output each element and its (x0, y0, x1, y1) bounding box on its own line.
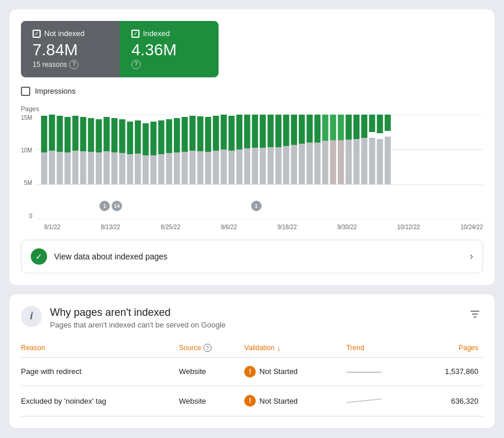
th-pages: Pages (416, 339, 483, 358)
x-label-4: 9/18/22 (277, 224, 296, 230)
svg-rect-64 (276, 147, 282, 184)
row1-pages: 1,537,860 (416, 357, 483, 386)
row1-source: Website (179, 357, 245, 386)
row1-trend (346, 357, 416, 386)
th-trend: Trend (346, 339, 416, 358)
info-icon: i (21, 306, 42, 327)
svg-rect-84 (353, 139, 360, 184)
svg-rect-70 (299, 144, 305, 184)
source-help-icon[interactable]: ? (203, 344, 212, 352)
svg-rect-89 (369, 115, 376, 132)
svg-rect-74 (314, 143, 321, 184)
svg-rect-73 (307, 115, 313, 143)
svg-rect-60 (260, 148, 266, 184)
section-header: i Why pages aren't indexed Pages that ar… (21, 306, 483, 329)
y-tick-15m: 15M (21, 115, 32, 121)
trend-svg-row2 (346, 394, 381, 406)
not-indexed-checkbox-icon (33, 30, 41, 38)
svg-rect-14 (80, 151, 87, 184)
x-label-0: 8/1/22 (44, 224, 60, 230)
annotation-markers-2: 1 (251, 201, 262, 211)
x-label-7: 10/24/22 (460, 224, 483, 230)
svg-rect-53 (228, 116, 235, 151)
svg-rect-23 (112, 118, 118, 152)
indexed-checkbox-icon (131, 30, 140, 38)
svg-rect-12 (73, 151, 79, 184)
svg-rect-5 (41, 116, 48, 152)
svg-rect-83 (346, 115, 352, 140)
svg-rect-16 (88, 152, 95, 184)
indexed-count: 4.36M (131, 40, 207, 60)
not-indexed-box: Not indexed 7.84M 15 reasons ? (21, 21, 120, 77)
section-header-left: i Why pages aren't indexed Pages that ar… (21, 306, 226, 329)
view-data-link[interactable]: ✓ View data about indexed pages › (21, 240, 483, 273)
svg-rect-56 (244, 148, 251, 184)
svg-rect-43 (190, 116, 196, 151)
svg-rect-82 (346, 140, 352, 184)
sort-arrow-icon[interactable]: ↓ (277, 343, 281, 352)
svg-rect-71 (299, 115, 305, 144)
svg-rect-63 (268, 115, 274, 147)
annotation-marker-1: 1 (99, 201, 110, 211)
green-check-icon: ✓ (31, 248, 47, 265)
svg-rect-27 (127, 122, 134, 154)
svg-rect-38 (174, 152, 180, 184)
impressions-checkbox[interactable] (21, 87, 30, 96)
svg-rect-10 (65, 152, 71, 184)
row2-trend (346, 386, 416, 416)
svg-rect-76 (323, 141, 329, 184)
filter-icon[interactable] (467, 306, 483, 325)
svg-rect-67 (284, 115, 290, 146)
indexed-help-icon[interactable]: ? (131, 60, 141, 69)
svg-rect-25 (119, 119, 126, 153)
svg-rect-55 (237, 115, 243, 149)
svg-rect-36 (166, 153, 173, 184)
svg-rect-13 (73, 116, 79, 151)
svg-rect-88 (369, 138, 376, 184)
trend-line-row1 (346, 372, 381, 373)
svg-rect-52 (228, 151, 235, 184)
x-label-1: 8/13/22 (101, 224, 120, 230)
svg-rect-21 (104, 117, 110, 151)
row2-validation: ! Not Started (244, 386, 346, 416)
svg-rect-18 (96, 152, 102, 184)
svg-rect-30 (143, 155, 149, 184)
svg-rect-42 (190, 151, 196, 184)
svg-rect-80 (338, 140, 345, 184)
svg-rect-86 (362, 138, 368, 184)
svg-rect-45 (198, 116, 204, 151)
svg-rect-59 (252, 115, 259, 148)
row1-reason: Page with redirect (21, 357, 179, 386)
svg-rect-49 (213, 116, 220, 151)
svg-rect-51 (221, 115, 227, 149)
svg-rect-85 (353, 115, 360, 139)
section-title: Why pages aren't indexed (50, 306, 226, 319)
indexed-label: Indexed (143, 29, 170, 38)
svg-rect-7 (49, 115, 56, 151)
chevron-right-icon: › (470, 250, 473, 262)
chart-bars (41, 115, 391, 184)
svg-rect-90 (377, 139, 384, 184)
th-source: Source ? (179, 339, 245, 358)
annotation-marker-1b: 1 (251, 201, 262, 211)
y-tick-0: 0 (21, 213, 32, 219)
svg-rect-8 (57, 152, 63, 184)
row2-reason: Excluded by 'noindex' tag (21, 386, 179, 416)
warning-icon-row2: ! (244, 395, 256, 407)
svg-rect-61 (260, 115, 266, 148)
y-tick-10m: 10M (21, 147, 32, 154)
svg-rect-91 (377, 115, 384, 133)
section-subtitle: Pages that aren't indexed can't be serve… (50, 321, 226, 329)
svg-rect-81 (338, 115, 345, 140)
svg-rect-47 (205, 117, 212, 152)
svg-rect-20 (104, 151, 110, 184)
svg-rect-39 (174, 118, 180, 152)
section-header-text: Why pages aren't indexed Pages that aren… (50, 306, 226, 329)
svg-rect-46 (205, 152, 212, 184)
svg-rect-48 (213, 151, 220, 184)
not-indexed-help-icon[interactable]: ? (69, 60, 78, 69)
not-indexed-count: 7.84M (33, 40, 108, 60)
svg-rect-35 (159, 120, 165, 154)
svg-rect-72 (307, 143, 313, 184)
svg-rect-79 (330, 115, 337, 140)
